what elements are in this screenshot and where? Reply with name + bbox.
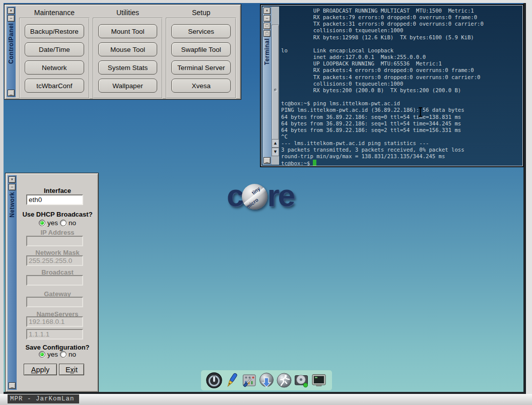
save-no-radio[interactable]	[60, 351, 66, 358]
xvesa-button[interactable]: Xvesa	[171, 79, 231, 93]
iconify-icon[interactable]: −	[9, 184, 16, 190]
tinycore-logo: c tiny micro re	[227, 179, 302, 212]
column-setup: Setup Services Swapfile Tool Terminal Se…	[166, 8, 236, 96]
group-title: Maintenance	[19, 8, 90, 18]
date-time-button[interactable]: Date/Time	[25, 42, 84, 56]
wallpaper-button[interactable]: Wallpaper	[98, 79, 158, 93]
taskbar: MPR - JarKomLan	[0, 394, 532, 405]
apply-button[interactable]: Apply	[24, 364, 57, 375]
dhcp-no-label: no	[69, 219, 76, 227]
save-yes-radio[interactable]	[39, 351, 45, 358]
desktop-label: MPR - JarKomLan	[8, 394, 79, 403]
screen-frame: × − ControlPanel _ Maintenance Backup/Re…	[0, 0, 532, 405]
exit-button[interactable]: Exit	[59, 364, 84, 375]
mouse-tool-button[interactable]: Mouse Tool	[98, 42, 158, 56]
power-icon[interactable]	[206, 372, 223, 389]
close-icon[interactable]: ×	[263, 8, 271, 14]
column-maintenance: Maintenance Backup/Restore Date/Time Net…	[19, 8, 90, 96]
scroll-up-icon[interactable]: ▲	[272, 139, 279, 148]
terminal-scrollbar[interactable]: ▲ ▼	[272, 7, 279, 165]
interface-label: Interface	[19, 187, 96, 194]
gateway-input	[26, 297, 83, 307]
terminal-cursor	[313, 160, 316, 166]
dhcp-yes-label: yes	[47, 219, 58, 227]
run-icon[interactable]	[276, 372, 293, 389]
window-network: × − Network _ Interface Use DHCP Broadca…	[5, 173, 99, 392]
close-icon[interactable]: ×	[8, 8, 15, 14]
backup-restore-button[interactable]: Backup/Restore	[25, 24, 84, 38]
group-maintenance: Backup/Restore Date/Time Network tcWbarC…	[19, 18, 90, 99]
nameserver2-input	[26, 329, 83, 340]
mount-tool-icon[interactable]	[293, 372, 310, 389]
logo-sphere: tiny micro	[242, 184, 268, 210]
save-no-label: no	[69, 351, 76, 358]
titlebar-network[interactable]: × − Network _	[8, 175, 17, 390]
save-config-label: Save Configuration?	[19, 344, 96, 351]
scroll-down-icon[interactable]: ▼	[272, 148, 279, 156]
terminal-server-button[interactable]: Terminal Server	[171, 60, 231, 75]
group-title: Setup	[166, 8, 236, 18]
mount-tool-button[interactable]: Mount Tool	[98, 24, 158, 38]
save-radio-group: yes no	[19, 351, 96, 358]
terminal-output[interactable]: UP BROADCAST RUNNING MULTICAST MTU:1500 …	[281, 8, 484, 167]
tcwbarconf-button[interactable]: tcWbarConf	[25, 79, 84, 93]
paint-icon[interactable]	[223, 372, 240, 389]
mouse-cursor-ibeam	[417, 107, 424, 117]
close-icon[interactable]: ×	[9, 176, 16, 183]
column-utilities: Utilities Mount Tool Mouse Tool System S…	[93, 8, 163, 96]
window-title: ControlPanel	[8, 23, 15, 64]
control-panel-content: Maintenance Backup/Restore Date/Time Net…	[18, 8, 238, 96]
broadcast-input	[26, 275, 83, 286]
window-control-panel: × − ControlPanel _ Maintenance Backup/Re…	[4, 4, 241, 100]
dhcp-label: Use DHCP Broadcast?	[19, 211, 96, 218]
iconify-icon[interactable]: −	[263, 15, 271, 22]
swapfile-tool-button[interactable]: Swapfile Tool	[171, 42, 231, 56]
control-panel-icon[interactable]	[240, 372, 257, 389]
app-browser-icon[interactable]	[258, 372, 275, 389]
wbar-dock	[201, 370, 332, 390]
dhcp-radio-group: yes no	[19, 219, 96, 227]
ip-address-label: IP Address	[19, 229, 96, 236]
group-setup: Services Swapfile Tool Terminal Server X…	[166, 18, 236, 99]
iconify-icon[interactable]: −	[8, 15, 15, 22]
shade-icon[interactable]: _	[263, 157, 271, 164]
shade-icon[interactable]: _	[8, 90, 15, 96]
maximize-icon[interactable]: □	[263, 23, 271, 29]
services-button[interactable]: Services	[171, 24, 231, 38]
titlebar-terminal[interactable]: × − □ □ Terminal _	[262, 7, 272, 165]
dhcp-yes-radio[interactable]	[39, 220, 45, 226]
window-terminal: × − □ □ Terminal _ ▲ ▼ UP BROADCAST RUNN…	[260, 4, 524, 167]
scrollbar-thumb[interactable]	[272, 25, 279, 150]
network-button[interactable]: Network	[25, 60, 84, 75]
group-utilities: Mount Tool Mouse Tool System Stats Wallp…	[93, 18, 163, 99]
shade-icon[interactable]: _	[9, 382, 16, 389]
interface-input[interactable]	[26, 194, 83, 205]
window-title: Network	[9, 192, 16, 218]
system-stats-button[interactable]: System Stats	[98, 60, 158, 75]
dhcp-no-radio[interactable]	[60, 220, 66, 226]
save-yes-label: yes	[47, 351, 58, 358]
ip-address-input	[26, 236, 83, 246]
logo-text-left: c	[227, 181, 242, 210]
group-title: Utilities	[93, 8, 163, 18]
window-title: Terminal	[263, 38, 271, 65]
terminal-icon[interactable]	[310, 372, 327, 389]
titlebar-control-panel[interactable]: × − ControlPanel _	[7, 7, 16, 97]
network-mask-input	[26, 255, 83, 266]
nameserver1-input	[26, 316, 83, 327]
maximize-width-icon[interactable]: □	[263, 30, 271, 37]
logo-text-right: re	[267, 181, 294, 210]
